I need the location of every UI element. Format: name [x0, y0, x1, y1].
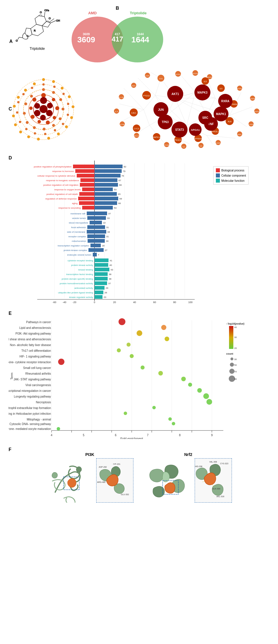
svg-text:kinase binding: kinase binding [78, 268, 93, 271]
panel-b-label: B [116, 6, 119, 11]
molecule-name: Triptolide [9, 46, 66, 51]
svg-point-385 [181, 377, 186, 381]
svg-text:26: 26 [105, 291, 107, 294]
svg-text:GLN-300: GLN-300 [212, 488, 220, 490]
legend-cell-rect [216, 173, 220, 177]
svg-rect-258 [78, 197, 94, 200]
svg-text:30: 30 [106, 240, 109, 242]
svg-text:37: 37 [108, 282, 111, 285]
svg-rect-238 [77, 174, 94, 177]
svg-text:count: count [226, 352, 233, 355]
svg-text:50: 50 [234, 364, 237, 366]
svg-point-45 [54, 129, 56, 131]
svg-rect-239 [94, 174, 121, 177]
svg-point-61 [33, 126, 36, 129]
svg-text:O: O [27, 35, 28, 37]
svg-text:27: 27 [105, 249, 107, 252]
svg-text:MAPK14: MAPK14 [153, 136, 161, 138]
svg-point-393 [206, 399, 212, 405]
svg-rect-310 [94, 258, 109, 262]
svg-point-64 [24, 102, 27, 105]
svg-text:Transcriptional misregulation : Transcriptional misregulation in cancer [9, 389, 51, 392]
svg-text:IL8: IL8 [200, 145, 202, 147]
svg-rect-231 [94, 165, 123, 168]
svg-text:CH₃: CH₃ [44, 9, 49, 12]
svg-text:O: O [40, 11, 42, 14]
svg-rect-255 [94, 192, 117, 196]
panel-c: C [6, 68, 272, 151]
svg-point-399 [168, 417, 172, 421]
venn-diagram: 3609 3609 417 417 1644 1644 [72, 17, 163, 62]
svg-text:protein domain specific bindin: protein domain specific binding [62, 278, 93, 280]
legend-mol-label: Molecular function [221, 179, 245, 182]
svg-rect-251 [94, 187, 113, 191]
svg-point-42 [67, 103, 69, 105]
nrf2-title: Nrf2 [184, 452, 192, 457]
svg-rect-322 [94, 277, 108, 280]
svg-text:IYP-201: IYP-201 [113, 463, 120, 465]
svg-rect-294 [88, 239, 94, 243]
svg-rect-283 [94, 225, 105, 229]
svg-rect-287 [94, 230, 106, 234]
svg-point-377 [130, 354, 134, 358]
kegg-dot-plot: 4 5 6 7 8 9 Fold enrichment Term Pathway… [9, 316, 266, 439]
svg-point-75 [40, 97, 47, 104]
svg-rect-313 [94, 263, 108, 267]
svg-point-39 [42, 83, 45, 86]
svg-text:response to oxygen levels: response to oxygen levels [54, 188, 81, 191]
svg-line-119 [119, 104, 144, 110]
svg-text:40: 40 [109, 264, 112, 266]
svg-text:Rheumatoid arthritis: Rheumatoid arthritis [25, 372, 51, 375]
svg-text:response to hormone: response to hormone [52, 170, 74, 173]
svg-text:JAK- STAT signaling pathway: JAK- STAT signaling pathway [13, 378, 51, 381]
svg-text:ICAM: ICAM [120, 124, 124, 125]
svg-rect-271 [94, 212, 107, 215]
svg-text:VAL-308: VAL-308 [209, 461, 217, 463]
svg-point-43 [67, 114, 69, 116]
pi3k-main-structure [46, 458, 94, 503]
svg-rect-242 [80, 178, 94, 182]
svg-point-36 [17, 96, 20, 99]
svg-point-383 [158, 371, 163, 376]
svg-text:IL-6: IL-6 [115, 111, 118, 112]
svg-rect-334 [94, 295, 102, 299]
legend-bio-label: Biological process [221, 169, 245, 172]
svg-point-51 [17, 101, 19, 103]
nrf2-group: Nrf2 [145, 452, 232, 503]
svg-rect-259 [94, 197, 118, 200]
svg-point-29 [47, 137, 50, 140]
svg-text:transcription regulator comple: transcription regulator complex [58, 244, 89, 247]
svg-point-44 [62, 123, 64, 125]
svg-point-79 [34, 110, 40, 116]
svg-text:receptor complex: receptor complex [68, 235, 86, 238]
svg-point-373 [127, 343, 131, 347]
svg-point-52 [22, 93, 25, 95]
svg-text:ASP-282: ASP-282 [99, 466, 107, 468]
svg-text:AKT1: AKT1 [171, 92, 179, 96]
svg-point-66 [41, 93, 46, 98]
svg-text:60: 60 [153, 301, 156, 304]
svg-point-63 [23, 112, 26, 115]
svg-text:FADD: FADD [255, 111, 259, 112]
svg-text:GLU-332: GLU-332 [121, 493, 129, 495]
svg-rect-235 [94, 169, 122, 173]
svg-text:23: 23 [104, 296, 106, 299]
svg-text:69: 69 [119, 197, 122, 200]
svg-rect-279 [94, 221, 102, 224]
svg-text:ILS: ILS [204, 80, 207, 82]
svg-text:Neutrophil extracellular trap : Neutrophil extracellular trap formation [9, 406, 51, 410]
svg-point-26 [70, 116, 73, 119]
svg-text:80: 80 [173, 301, 176, 304]
svg-rect-303 [94, 248, 104, 252]
svg-text:protein kinase complex: protein kinase complex [64, 249, 87, 252]
svg-text:AKL-318: AKL-318 [216, 495, 224, 497]
svg-text:7: 7 [98, 254, 99, 256]
svg-text:Th17 cell differentiation: Th17 cell differentiation [21, 349, 51, 352]
svg-point-54 [42, 88, 45, 91]
protein-network: FOS NOS2 VEGFA HMGCR1A PTPNx CNRIP FADD … [75, 70, 275, 150]
svg-text:protein kinase activity: protein kinase activity [71, 264, 93, 266]
svg-point-32 [19, 131, 22, 133]
svg-text:endocytic vesicle lumen: endocytic vesicle lumen [67, 254, 91, 256]
svg-text:8: 8 [179, 434, 181, 437]
svg-point-38 [33, 82, 36, 85]
